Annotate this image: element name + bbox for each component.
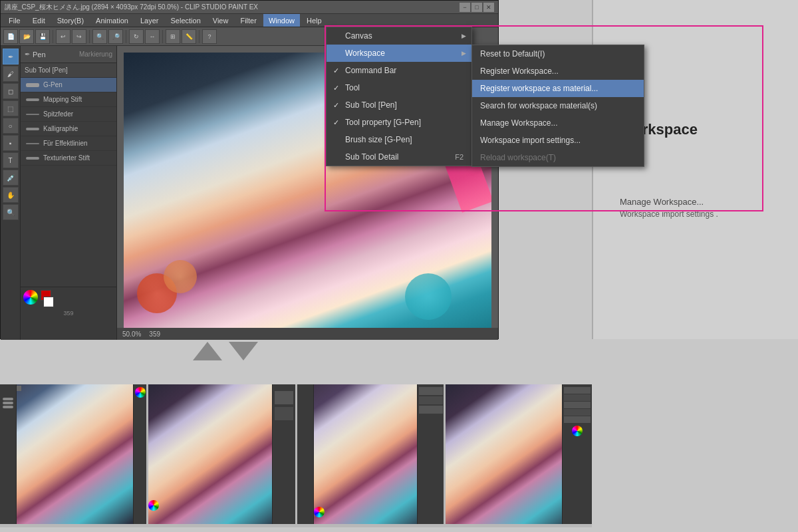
- tool-hand[interactable]: ✋: [3, 187, 19, 203]
- menu-help[interactable]: Help: [301, 14, 327, 27]
- toolbar-rotate[interactable]: ↻: [129, 29, 144, 44]
- thumbnail-4[interactable]: [446, 384, 592, 524]
- toolbar-undo[interactable]: ↩: [56, 29, 70, 44]
- menu-animation[interactable]: Animation: [90, 14, 134, 27]
- title-bar-buttons: − □ ✕: [460, 3, 494, 12]
- menu-item-canvas[interactable]: Canvas: [327, 27, 471, 45]
- thumb4-row1: [564, 387, 591, 394]
- sub-tool-label: Sub Tool [Pen]: [25, 66, 68, 74]
- thumb2-color-wheel: [148, 500, 159, 511]
- brush-preview-kalli: [26, 128, 39, 130]
- brush-label-mapping: Mapping Stift: [43, 96, 82, 103]
- toolbar-sep4: [162, 30, 163, 43]
- toolbar-sep2: [89, 30, 90, 43]
- brush-item-mapping[interactable]: Mapping Stift: [21, 92, 116, 107]
- close-button[interactable]: ✕: [483, 3, 494, 12]
- thumb4-right: [562, 384, 592, 524]
- brush-preview-g-pen: [26, 83, 39, 87]
- thumbnail-3[interactable]: [297, 384, 444, 524]
- menu-layer[interactable]: Layer: [135, 14, 164, 27]
- menu-view[interactable]: View: [207, 14, 234, 27]
- workspace-label: Workspace: [345, 49, 385, 58]
- toolbar-redo[interactable]: ↪: [72, 29, 86, 44]
- toolbar-zoom-out[interactable]: 🔎: [108, 29, 123, 44]
- tool-panel-header: ✒ Pen Markierung: [21, 46, 116, 63]
- register-workspace-label: Register Workspace...: [480, 66, 559, 76]
- thumbnail-1[interactable]: [0, 384, 146, 524]
- brush-label-spitze: Spitzfeder: [43, 110, 73, 118]
- thumb3-left: [297, 384, 314, 524]
- arrow-up[interactable]: [193, 342, 222, 360]
- tool-eyedropper[interactable]: 💉: [3, 170, 19, 186]
- menu-story[interactable]: Story(B): [52, 14, 89, 27]
- menu-selection[interactable]: Selection: [166, 14, 206, 27]
- toolbar-new[interactable]: 📄: [3, 29, 18, 44]
- toolbar-save[interactable]: 💾: [35, 29, 50, 44]
- thumbnail-2[interactable]: [148, 384, 295, 524]
- navigation-arrows: [193, 342, 258, 360]
- menu-item-command-bar[interactable]: Command Bar: [327, 62, 471, 79]
- menu-item-tool-property[interactable]: Tool property [G-Pen]: [327, 114, 471, 131]
- minimize-button[interactable]: −: [460, 3, 470, 12]
- workspace-submenu: Reset to Default(I) Register Workspace..…: [471, 45, 644, 167]
- brush-item-effect[interactable]: Für Effektlinien: [21, 136, 116, 151]
- menu-item-workspace[interactable]: Workspace Reset to Default(I) Register W…: [327, 45, 471, 62]
- arrow-down[interactable]: [229, 342, 258, 360]
- toolbar-grid[interactable]: ⊞: [166, 29, 180, 44]
- menu-window[interactable]: Window: [263, 14, 300, 27]
- toolbar-open[interactable]: 📂: [19, 29, 34, 44]
- thumb4-row4: [564, 409, 591, 416]
- restore-button[interactable]: □: [471, 3, 482, 12]
- info-details: Manage Workspace... Workspace import set…: [620, 197, 771, 219]
- submenu-manage-workspace[interactable]: Manage Workspace...: [472, 114, 644, 132]
- tool-zoom[interactable]: 🔍: [3, 204, 19, 220]
- zoom-status: 50.0%: [122, 331, 141, 338]
- submenu-register-material[interactable]: Register workspace as material...: [472, 80, 644, 97]
- brush-item-g-pen[interactable]: G-Pen: [21, 78, 116, 92]
- brush-item-texture[interactable]: Texturierter Stift: [21, 151, 116, 166]
- menu-item-tool[interactable]: Tool: [327, 79, 471, 96]
- submenu-register-workspace[interactable]: Register Workspace...: [472, 63, 644, 80]
- menu-item-sub-tool-detail[interactable]: Sub Tool Detail F2: [327, 148, 471, 166]
- thumb4-color-wheel: [572, 426, 583, 436]
- brush-preview-texture: [26, 157, 39, 160]
- position-status: 359: [149, 331, 160, 338]
- submenu-reload-workspace: Reload workspace(T): [472, 149, 644, 166]
- submenu-import-settings[interactable]: Workspace import settings...: [472, 132, 644, 149]
- brush-item-kalli[interactable]: Kalligraphie: [21, 122, 116, 136]
- tool-brush[interactable]: 🖌: [3, 66, 19, 82]
- tool-lasso[interactable]: ○: [3, 118, 19, 134]
- toolbar-zoom-in[interactable]: 🔍: [92, 29, 107, 44]
- submenu-reset-default[interactable]: Reset to Default(I): [472, 45, 644, 63]
- thumb4-artwork: [446, 384, 592, 524]
- brush-item-spitze[interactable]: Spitzfeder: [21, 107, 116, 122]
- brush-label-texture: Texturierter Stift: [43, 154, 90, 162]
- toolbar-ruler[interactable]: 📏: [182, 29, 196, 44]
- color-wheel[interactable]: [23, 290, 38, 305]
- menu-file[interactable]: File: [3, 14, 26, 27]
- thumb2-panel2: [275, 407, 293, 420]
- import-settings-info: Workspace import settings .: [620, 209, 771, 219]
- thumb1-artwork: [0, 384, 146, 524]
- menu-overlay: Canvas Workspace Reset to Default(I) Reg…: [326, 27, 472, 166]
- toolbar-flip[interactable]: ↔: [145, 29, 160, 44]
- background-color[interactable]: [43, 297, 54, 307]
- menu-item-sub-tool-pen[interactable]: Sub Tool [Pen]: [327, 96, 471, 114]
- tool-text[interactable]: T: [3, 152, 19, 168]
- menu-edit[interactable]: Edit: [27, 14, 51, 27]
- tool-eraser[interactable]: ◻: [3, 83, 19, 99]
- menu-filter[interactable]: Filter: [235, 14, 261, 27]
- command-bar-label: Command Bar: [345, 66, 396, 75]
- menu-item-brush-size[interactable]: Brush size [G-Pen]: [327, 131, 471, 148]
- submenu-search-material[interactable]: Search for workspace material(s): [472, 97, 644, 114]
- import-settings-label: Workspace import settings...: [480, 136, 581, 145]
- tool-select[interactable]: ⬚: [3, 100, 19, 116]
- window-dropdown-menu: Canvas Workspace Reset to Default(I) Reg…: [326, 27, 472, 166]
- toolbar-question[interactable]: ?: [202, 29, 217, 44]
- thumb4-row2: [564, 394, 591, 401]
- tool-pen[interactable]: ✒: [3, 49, 19, 65]
- tool-fill[interactable]: ▪: [3, 135, 19, 151]
- toolbar-sep3: [126, 30, 126, 43]
- thumb4-row5: [564, 416, 591, 423]
- left-tool-sidebar: ✒ 🖌 ◻ ⬚ ○ ▪ T 💉 ✋ 🔍: [1, 46, 21, 340]
